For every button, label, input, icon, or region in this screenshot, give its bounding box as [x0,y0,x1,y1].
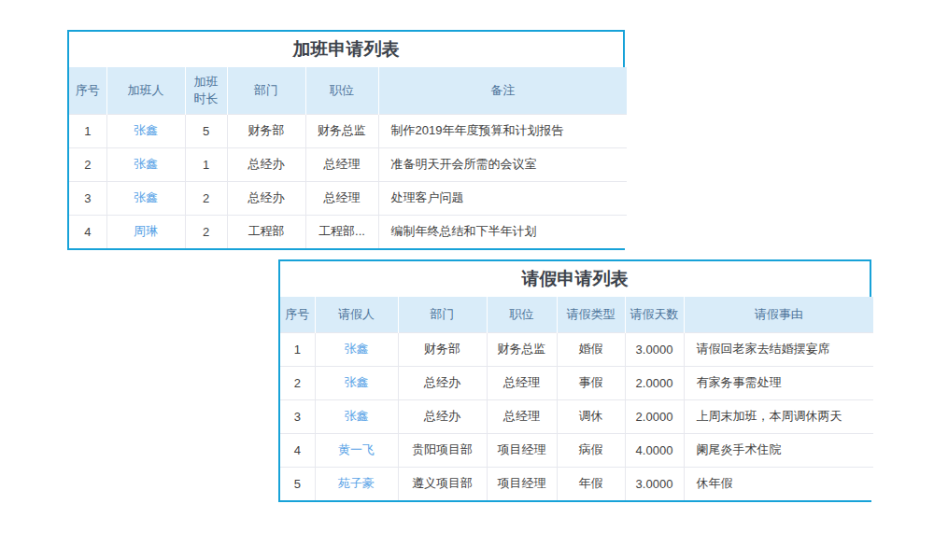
table-cell: 事假 [557,366,625,399]
column-header: 加班人 [106,67,185,114]
table-cell: 1 [280,332,315,366]
table-row: 4黄一飞贵阳项目部项目经理病假4.0000阑尾炎手术住院 [280,433,873,467]
column-header: 部门 [227,67,305,114]
table-cell: 总经办 [227,181,305,215]
table-cell: 有家务事需处理 [684,366,873,399]
column-header: 职位 [487,297,557,332]
table-cell: 总经办 [227,147,305,181]
table-cell: 3.0000 [625,332,684,366]
header-row: 序号请假人部门职位请假类型请假天数请假事由 [280,297,873,332]
table-row: 2张鑫1总经办总经理准备明天开会所需的会议室 [69,147,627,181]
table-cell: 2.0000 [625,366,684,399]
table-cell: 调休 [557,399,625,433]
person-name-link[interactable]: 黄一飞 [338,442,375,456]
table-cell: 工程部... [305,215,378,248]
table-cell: 4 [69,215,106,248]
column-header: 加班时长 [185,67,227,114]
person-name-link[interactable]: 张鑫 [134,157,158,171]
table-cell: 周琳 [106,215,185,248]
person-name-link[interactable]: 苑子豪 [338,476,375,490]
table-cell: 2 [69,147,106,181]
table-cell: 2 [280,366,315,399]
leave-request-panel: 请假申请列表 序号请假人部门职位请假类型请假天数请假事由1张鑫财务部财务总监婚假… [278,259,871,502]
table-cell: 张鑫 [106,114,185,147]
table-cell: 请假回老家去结婚摆宴席 [684,332,873,366]
table-cell: 准备明天开会所需的会议室 [378,147,627,181]
column-header: 请假天数 [625,297,684,332]
person-name-link[interactable]: 张鑫 [345,342,369,356]
column-header: 序号 [69,67,106,114]
column-header: 部门 [398,297,487,332]
header-row: 序号加班人加班时长部门职位备注 [69,67,627,114]
table-cell: 财务部 [398,332,487,366]
table-cell: 阑尾炎手术住院 [684,433,873,467]
page-canvas: 加班申请列表 序号加班人加班时长部门职位备注1张鑫5财务部财务总监制作2019年… [0,0,934,560]
table-cell: 3 [280,399,315,433]
table-cell: 4.0000 [625,433,684,467]
column-header: 备注 [378,67,627,114]
table-cell: 2.0000 [625,399,684,433]
table-cell: 项目经理 [487,467,557,500]
leave-table: 序号请假人部门职位请假类型请假天数请假事由1张鑫财务部财务总监婚假3.0000请… [280,297,873,500]
column-header: 请假类型 [557,297,625,332]
overtime-request-panel: 加班申请列表 序号加班人加班时长部门职位备注1张鑫5财务部财务总监制作2019年… [67,30,625,250]
table-row: 3张鑫总经办总经理调休2.0000上周末加班，本周调休两天 [280,399,873,433]
table-cell: 总经办 [398,366,487,399]
table-cell: 张鑫 [315,332,398,366]
table-cell: 财务总监 [487,332,557,366]
column-header: 职位 [305,67,378,114]
leave-table-title: 请假申请列表 [280,261,870,297]
person-name-link[interactable]: 张鑫 [345,409,369,423]
table-row: 3张鑫2总经办总经理处理客户问题 [69,181,627,215]
table-cell: 年假 [557,467,625,500]
table-cell: 3 [69,181,106,215]
table-cell: 财务总监 [305,114,378,147]
table-cell: 2 [185,215,227,248]
column-header: 请假人 [315,297,398,332]
column-header: 序号 [280,297,315,332]
table-cell: 上周末加班，本周调休两天 [684,399,873,433]
person-name-link[interactable]: 张鑫 [134,123,158,137]
table-cell: 4 [280,433,315,467]
table-cell: 张鑫 [106,181,185,215]
table-cell: 2 [185,181,227,215]
table-cell: 婚假 [557,332,625,366]
table-row: 2张鑫总经办总经理事假2.0000有家务事需处理 [280,366,873,399]
table-cell: 3.0000 [625,467,684,500]
overtime-table: 序号加班人加班时长部门职位备注1张鑫5财务部财务总监制作2019年年度预算和计划… [69,67,627,248]
table-cell: 财务部 [227,114,305,147]
table-cell: 处理客户问题 [378,181,627,215]
table-cell: 遵义项目部 [398,467,487,500]
person-name-link[interactable]: 周琳 [134,224,158,238]
table-cell: 黄一飞 [315,433,398,467]
table-cell: 张鑫 [315,399,398,433]
table-row: 1张鑫财务部财务总监婚假3.0000请假回老家去结婚摆宴席 [280,332,873,366]
table-cell: 病假 [557,433,625,467]
table-cell: 张鑫 [315,366,398,399]
overtime-table-title: 加班申请列表 [69,32,623,67]
table-cell: 1 [69,114,106,147]
table-cell: 总经办 [398,399,487,433]
table-cell: 项目经理 [487,433,557,467]
table-cell: 工程部 [227,215,305,248]
table-cell: 总经理 [487,366,557,399]
person-name-link[interactable]: 张鑫 [134,190,158,204]
table-cell: 总经理 [305,181,378,215]
column-header: 请假事由 [684,297,873,332]
person-name-link[interactable]: 张鑫 [345,375,369,389]
table-row: 1张鑫5财务部财务总监制作2019年年度预算和计划报告 [69,114,627,147]
table-cell: 5 [280,467,315,500]
table-cell: 休年假 [684,467,873,500]
table-cell: 贵阳项目部 [398,433,487,467]
table-cell: 编制年终总结和下半年计划 [378,215,627,248]
table-cell: 张鑫 [106,147,185,181]
table-cell: 制作2019年年度预算和计划报告 [378,114,627,147]
table-cell: 总经理 [487,399,557,433]
table-cell: 总经理 [305,147,378,181]
table-cell: 苑子豪 [315,467,398,500]
table-cell: 1 [185,147,227,181]
table-row: 4周琳2工程部工程部...编制年终总结和下半年计划 [69,215,627,248]
table-cell: 5 [185,114,227,147]
table-row: 5苑子豪遵义项目部项目经理年假3.0000休年假 [280,467,873,500]
